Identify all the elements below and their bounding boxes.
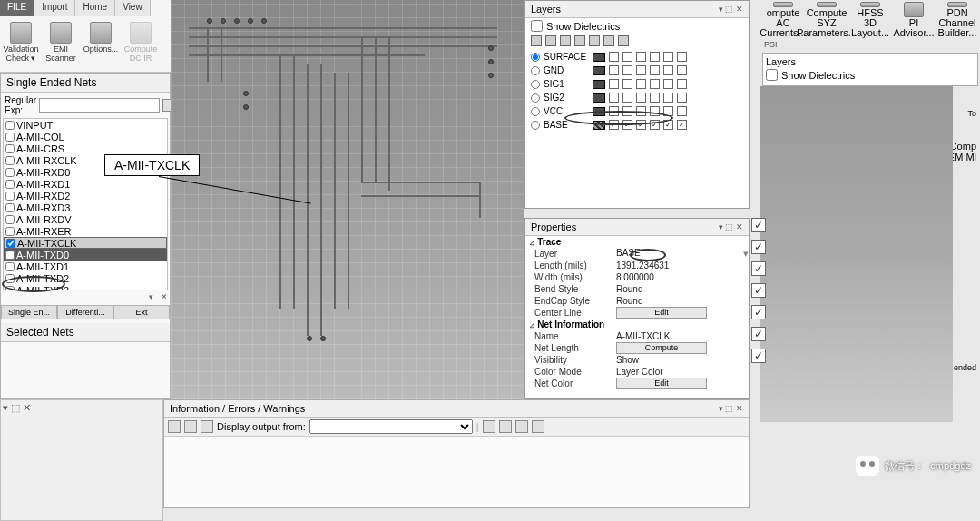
layer-col-checkbox[interactable] <box>636 65 646 75</box>
net-checkbox[interactable] <box>6 239 15 248</box>
layer-col-checkbox[interactable] <box>677 65 687 75</box>
layer-tool-icon[interactable] <box>560 35 571 46</box>
layer-col-checkbox[interactable] <box>622 52 632 62</box>
hfss-3d-button[interactable]: HFSS 3D Layout... <box>849 2 891 38</box>
tab-differential[interactable]: Differenti... <box>57 305 113 319</box>
validation-check-button[interactable]: Validation Check ▾ <box>2 20 40 65</box>
layer-col-checkbox[interactable] <box>677 52 687 62</box>
prop-value[interactable]: Show <box>616 355 749 365</box>
ribbon-tab-file[interactable]: FILE <box>0 0 34 16</box>
layer-col-checkbox[interactable] <box>609 93 619 103</box>
layer-tool-icon[interactable] <box>589 35 600 46</box>
side-show-dielectrics-checkbox[interactable] <box>766 69 778 81</box>
net-item[interactable]: VINPUT <box>4 119 167 131</box>
net-checkbox[interactable] <box>5 121 15 130</box>
net-checkbox[interactable] <box>5 192 15 201</box>
pcb-canvas[interactable] <box>171 0 524 399</box>
layer-swatch[interactable] <box>593 93 605 103</box>
net-checkbox[interactable] <box>5 133 15 142</box>
layer-radio[interactable] <box>531 53 540 62</box>
net-item[interactable]: A-MII-TXD1 <box>4 260 167 272</box>
layer-col-checkbox[interactable] <box>622 65 632 75</box>
layer-col-checkbox[interactable] <box>663 79 673 89</box>
prop-value[interactable]: A-MII-TXCLK <box>616 331 749 341</box>
layer-visibility-checkbox[interactable] <box>751 218 766 232</box>
options-button[interactable]: Options... <box>82 20 120 65</box>
panel-pin-icon[interactable]: ▾ ⬚ ✕ <box>719 5 743 14</box>
prop-value[interactable]: 8.000000 <box>616 272 749 282</box>
layer-visibility-checkbox[interactable] <box>751 327 766 341</box>
layer-tool-icon[interactable] <box>618 35 629 46</box>
panel-pin-icon[interactable]: ▾ ⬚ ✕ <box>719 404 743 413</box>
ribbon-tab-import[interactable]: Import <box>34 0 75 16</box>
layer-col-checkbox[interactable] <box>663 65 673 75</box>
close-icon[interactable] <box>532 420 544 433</box>
layer-col-checkbox[interactable] <box>650 93 660 103</box>
net-item[interactable]: A-MII-TXCLK <box>4 237 167 249</box>
pi-advisor-button[interactable]: PI Advisor... <box>893 2 935 38</box>
emi-scanner-button[interactable]: EMI Scanner <box>42 20 80 65</box>
layer-col-checkbox[interactable] <box>609 52 619 62</box>
net-checkbox[interactable] <box>5 251 15 260</box>
net-item[interactable]: A-MII-RXD2 <box>4 190 167 202</box>
layer-col-checkbox[interactable] <box>677 120 687 130</box>
layer-col-checkbox[interactable] <box>650 52 660 62</box>
net-checkbox[interactable] <box>5 227 15 236</box>
net-item[interactable]: A-MII-RXER <box>4 225 167 237</box>
layer-visibility-checkbox[interactable] <box>751 283 766 298</box>
layer-tool-icon[interactable] <box>574 35 585 46</box>
layer-tool-icon[interactable] <box>603 35 614 46</box>
net-item[interactable]: A-MII-RXDV <box>4 213 167 225</box>
layer-swatch[interactable] <box>593 66 605 75</box>
output-source-select[interactable] <box>309 419 473 434</box>
layer-col-checkbox[interactable] <box>609 79 619 89</box>
layer-col-checkbox[interactable] <box>650 79 660 89</box>
layer-radio[interactable] <box>531 121 540 130</box>
layer-col-checkbox[interactable] <box>636 93 646 103</box>
prop-button[interactable]: Compute <box>616 342 707 354</box>
layer-visibility-checkbox[interactable] <box>751 349 766 363</box>
net-item[interactable]: A-MII-RXD3 <box>4 202 167 213</box>
layer-col-checkbox[interactable] <box>636 52 646 62</box>
copy-icon[interactable] <box>483 420 495 433</box>
net-checkbox[interactable] <box>5 262 15 271</box>
prop-button[interactable]: Edit <box>616 378 707 389</box>
save-icon[interactable] <box>499 420 512 433</box>
net-item[interactable]: A-MII-CRS <box>4 143 167 154</box>
warning-icon[interactable] <box>184 420 197 433</box>
layer-col-checkbox[interactable] <box>622 79 632 89</box>
layer-col-checkbox[interactable] <box>663 93 673 103</box>
layer-tool-icon[interactable] <box>545 35 556 46</box>
layer-col-checkbox[interactable] <box>622 93 632 103</box>
info-icon[interactable] <box>168 420 181 433</box>
regex-input[interactable] <box>39 98 160 113</box>
net-checkbox[interactable] <box>5 203 15 212</box>
prop-group-title[interactable]: Trace <box>525 236 749 248</box>
pin-icon[interactable]: ▾ ⬚ ✕ <box>3 402 31 414</box>
layer-swatch[interactable] <box>593 53 605 62</box>
net-checkbox[interactable] <box>5 168 15 177</box>
net-checkbox[interactable] <box>5 156 15 165</box>
layer-tool-icon[interactable] <box>531 35 542 46</box>
clear-icon[interactable] <box>515 420 528 433</box>
layer-visibility-checkbox[interactable] <box>751 240 766 254</box>
ribbon-tab-home[interactable]: Home <box>75 0 115 16</box>
prop-value[interactable]: 1391.234631 <box>616 260 749 270</box>
net-checkbox[interactable] <box>5 215 15 224</box>
net-item[interactable]: A-MII-RXD1 <box>4 178 167 190</box>
layer-radio[interactable] <box>531 107 540 116</box>
net-checkbox[interactable] <box>5 180 15 189</box>
pdn-channel-button[interactable]: PDN Channel Builder... <box>936 2 978 38</box>
prop-value[interactable]: Layer Color <box>616 367 749 377</box>
layer-col-checkbox[interactable] <box>609 65 619 75</box>
tab-ext[interactable]: Ext <box>113 305 170 319</box>
prop-group-title[interactable]: Net Information <box>525 319 749 330</box>
show-dielectrics-checkbox[interactable] <box>531 20 543 32</box>
layer-col-checkbox[interactable] <box>677 106 687 116</box>
prop-button[interactable]: Edit <box>616 307 707 319</box>
compute-syz-button[interactable]: Compute SYZ Parameters... <box>806 2 848 38</box>
error-icon[interactable] <box>201 420 213 433</box>
layer-radio[interactable] <box>531 93 540 103</box>
layer-visibility-checkbox[interactable] <box>751 305 766 319</box>
tab-single-ended[interactable]: Single En... <box>1 305 57 319</box>
